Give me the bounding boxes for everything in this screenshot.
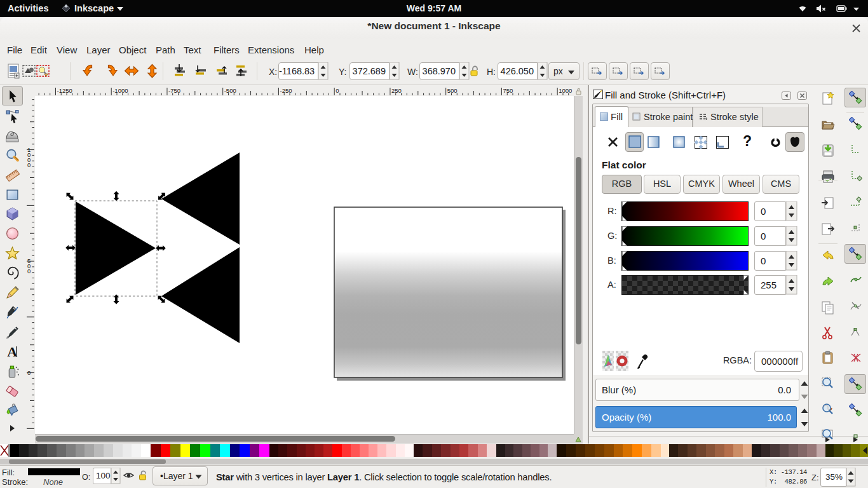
svg-text:0: 0 (336, 87, 339, 94)
svg-text:250: 250 (391, 87, 402, 94)
svg-text:-750: -750 (168, 87, 180, 94)
svg-text:500: 500 (447, 87, 458, 94)
svg-text:-250: -250 (280, 87, 292, 94)
svg-text:0: 0 (27, 268, 31, 274)
svg-text:-1250: -1250 (57, 87, 72, 94)
svg-text:A: A (7, 344, 17, 359)
svg-text:0: 0 (27, 369, 31, 376)
svg-text:1000: 1000 (559, 87, 572, 94)
svg-text:750: 750 (503, 87, 513, 94)
svg-text:-500: -500 (224, 87, 236, 94)
svg-text:0: 0 (27, 161, 31, 168)
svg-text:-1000: -1000 (112, 87, 128, 94)
